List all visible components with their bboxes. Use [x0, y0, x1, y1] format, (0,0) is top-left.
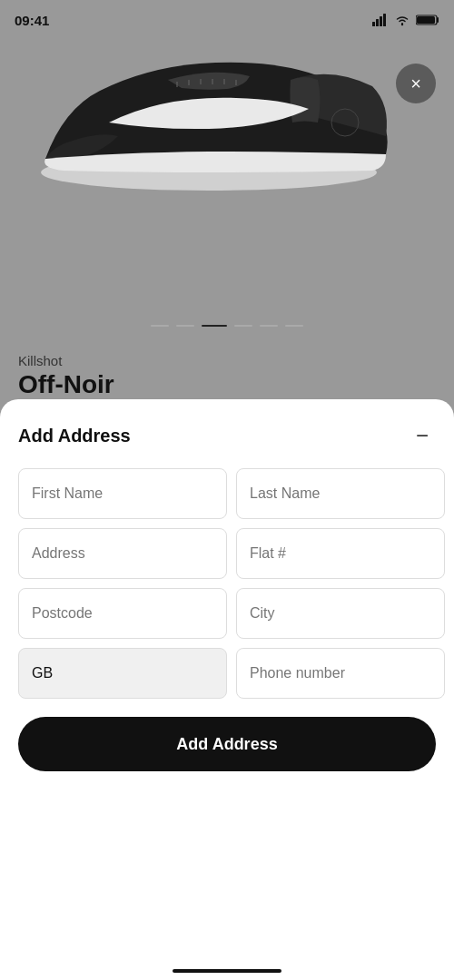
svg-rect-6: [417, 16, 435, 24]
status-icons: [372, 14, 439, 26]
carousel-dot-6[interactable]: [285, 325, 303, 327]
sheet-header: Add Address −: [18, 399, 436, 468]
product-name: Off-Noir: [18, 370, 114, 399]
product-background: 09:41: [0, 0, 454, 417]
signal-icon: [372, 14, 389, 26]
svg-point-4: [401, 24, 403, 25]
address-input[interactable]: [18, 528, 227, 579]
carousel-dots: [0, 325, 454, 327]
carousel-dot-4[interactable]: [234, 325, 252, 327]
close-icon: ×: [410, 74, 421, 94]
carousel-dot-5[interactable]: [260, 325, 278, 327]
shoe-svg: [27, 18, 409, 200]
product-category: Killshot: [18, 353, 114, 368]
city-input[interactable]: [236, 588, 445, 639]
address-row: [18, 528, 436, 579]
postcode-city-row: [18, 588, 436, 639]
first-name-input[interactable]: [18, 468, 227, 519]
address-form: [18, 468, 436, 699]
sheet-title: Add Address: [18, 426, 131, 446]
close-button[interactable]: ×: [396, 64, 436, 103]
carousel-dot-1[interactable]: [151, 325, 169, 327]
name-row: [18, 468, 436, 519]
country-code-input[interactable]: [18, 648, 227, 699]
battery-icon: [416, 14, 439, 26]
svg-rect-0: [372, 22, 375, 26]
phone-row: [18, 648, 436, 699]
carousel-dot-3[interactable]: [202, 325, 227, 327]
svg-rect-3: [383, 14, 386, 26]
status-bar: 09:41: [0, 0, 454, 40]
product-info: Killshot Off-Noir: [18, 353, 114, 399]
bottom-sheet: Add Address − Add Address: [0, 399, 454, 980]
wifi-icon: [394, 14, 410, 26]
add-address-button[interactable]: Add Address: [18, 717, 436, 771]
svg-rect-2: [380, 16, 382, 26]
flat-input[interactable]: [236, 528, 445, 579]
phone-input[interactable]: [236, 648, 445, 699]
carousel-dot-2[interactable]: [176, 325, 194, 327]
minimize-button[interactable]: −: [409, 421, 436, 450]
status-time: 09:41: [15, 13, 49, 28]
postcode-input[interactable]: [18, 588, 227, 639]
last-name-input[interactable]: [236, 468, 445, 519]
svg-rect-1: [376, 19, 379, 26]
home-indicator: [173, 969, 281, 973]
